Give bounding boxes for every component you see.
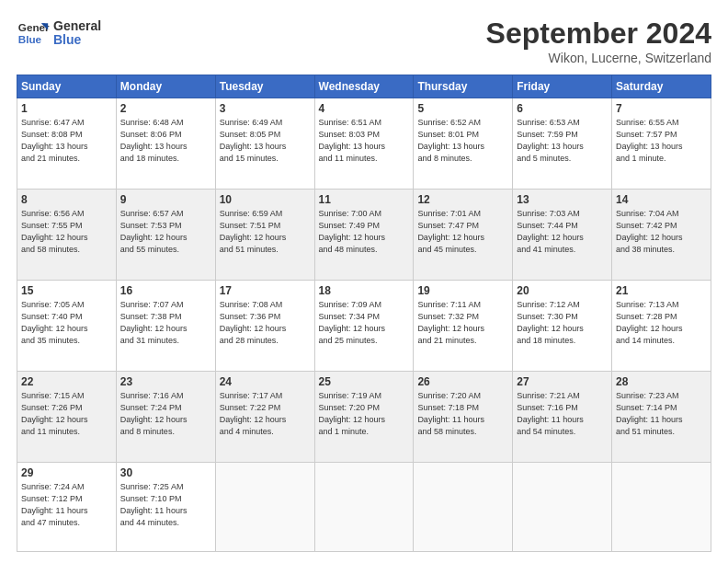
day-number: 29: [21, 466, 112, 479]
calendar-cell: 20Sunrise: 7:12 AM Sunset: 7:30 PM Dayli…: [513, 281, 612, 372]
calendar-cell: [612, 463, 711, 552]
day-number: 18: [319, 284, 410, 297]
day-info: Sunrise: 7:15 AM Sunset: 7:26 PM Dayligh…: [21, 390, 112, 438]
calendar-header-tuesday: Tuesday: [215, 75, 314, 98]
calendar-cell: 6Sunrise: 6:53 AM Sunset: 7:59 PM Daylig…: [513, 98, 612, 190]
calendar-cell: 1Sunrise: 6:47 AM Sunset: 8:08 PM Daylig…: [17, 98, 117, 190]
day-number: 7: [616, 102, 707, 115]
logo-line2: Blue: [53, 33, 101, 47]
calendar-cell: 8Sunrise: 6:56 AM Sunset: 7:55 PM Daylig…: [17, 190, 117, 281]
day-number: 12: [417, 193, 508, 206]
day-info: Sunrise: 7:07 AM Sunset: 7:38 PM Dayligh…: [120, 299, 211, 347]
calendar-header-wednesday: Wednesday: [314, 75, 414, 98]
calendar-cell: 23Sunrise: 7:16 AM Sunset: 7:24 PM Dayli…: [116, 372, 215, 463]
day-info: Sunrise: 7:24 AM Sunset: 7:12 PM Dayligh…: [21, 481, 112, 529]
day-number: 15: [21, 284, 112, 297]
day-number: 23: [120, 375, 211, 388]
day-number: 25: [319, 375, 410, 388]
day-number: 11: [319, 193, 410, 206]
calendar-cell: 2Sunrise: 6:48 AM Sunset: 8:06 PM Daylig…: [116, 98, 215, 190]
calendar-cell: 21Sunrise: 7:13 AM Sunset: 7:28 PM Dayli…: [612, 281, 711, 372]
day-info: Sunrise: 7:19 AM Sunset: 7:20 PM Dayligh…: [319, 390, 410, 438]
day-number: 27: [517, 375, 608, 388]
day-info: Sunrise: 6:47 AM Sunset: 8:08 PM Dayligh…: [21, 117, 112, 165]
calendar-cell: 16Sunrise: 7:07 AM Sunset: 7:38 PM Dayli…: [116, 281, 215, 372]
svg-text:Blue: Blue: [18, 33, 42, 45]
calendar-header-monday: Monday: [116, 75, 215, 98]
calendar-cell: 22Sunrise: 7:15 AM Sunset: 7:26 PM Dayli…: [17, 372, 117, 463]
day-info: Sunrise: 7:03 AM Sunset: 7:44 PM Dayligh…: [517, 208, 608, 256]
day-number: 26: [417, 375, 508, 388]
day-number: 22: [21, 375, 112, 388]
day-info: Sunrise: 7:21 AM Sunset: 7:16 PM Dayligh…: [517, 390, 608, 438]
calendar-cell: [314, 463, 414, 552]
day-number: 10: [220, 193, 311, 206]
calendar-cell: 24Sunrise: 7:17 AM Sunset: 7:22 PM Dayli…: [215, 372, 314, 463]
day-number: 5: [417, 102, 508, 115]
day-info: Sunrise: 6:53 AM Sunset: 7:59 PM Dayligh…: [517, 117, 608, 165]
calendar-cell: [414, 463, 513, 552]
calendar-cell: 30Sunrise: 7:25 AM Sunset: 7:10 PM Dayli…: [116, 463, 215, 552]
calendar-cell: 26Sunrise: 7:20 AM Sunset: 7:18 PM Dayli…: [414, 372, 513, 463]
day-number: 28: [616, 375, 707, 388]
calendar-cell: [513, 463, 612, 552]
calendar-header-thursday: Thursday: [414, 75, 513, 98]
day-number: 24: [220, 375, 311, 388]
title-block: September 2024 Wikon, Lucerne, Switzerla…: [486, 17, 711, 65]
calendar-cell: 7Sunrise: 6:55 AM Sunset: 7:57 PM Daylig…: [612, 98, 711, 190]
calendar-cell: [215, 463, 314, 552]
day-number: 8: [21, 193, 112, 206]
day-number: 16: [120, 284, 211, 297]
calendar-cell: 17Sunrise: 7:08 AM Sunset: 7:36 PM Dayli…: [215, 281, 314, 372]
calendar-week-row: 22Sunrise: 7:15 AM Sunset: 7:26 PM Dayli…: [17, 372, 711, 463]
day-info: Sunrise: 7:12 AM Sunset: 7:30 PM Dayligh…: [517, 299, 608, 347]
day-info: Sunrise: 7:23 AM Sunset: 7:14 PM Dayligh…: [616, 390, 707, 438]
calendar-cell: 13Sunrise: 7:03 AM Sunset: 7:44 PM Dayli…: [513, 190, 612, 281]
day-number: 9: [120, 193, 211, 206]
calendar-cell: 29Sunrise: 7:24 AM Sunset: 7:12 PM Dayli…: [17, 463, 117, 552]
logo-line1: General: [53, 19, 101, 33]
calendar-header-sunday: Sunday: [17, 75, 117, 98]
day-number: 14: [616, 193, 707, 206]
day-info: Sunrise: 6:59 AM Sunset: 7:51 PM Dayligh…: [220, 208, 311, 256]
day-info: Sunrise: 6:51 AM Sunset: 8:03 PM Dayligh…: [319, 117, 410, 165]
logo-icon: General Blue: [17, 17, 50, 50]
calendar-cell: 5Sunrise: 6:52 AM Sunset: 8:01 PM Daylig…: [414, 98, 513, 190]
day-info: Sunrise: 6:57 AM Sunset: 7:53 PM Dayligh…: [120, 208, 211, 256]
calendar-cell: 11Sunrise: 7:00 AM Sunset: 7:49 PM Dayli…: [314, 190, 414, 281]
calendar-week-row: 29Sunrise: 7:24 AM Sunset: 7:12 PM Dayli…: [17, 463, 711, 552]
svg-text:General: General: [18, 21, 50, 33]
location-title: Wikon, Lucerne, Switzerland: [486, 51, 711, 65]
calendar-table: SundayMondayTuesdayWednesdayThursdayFrid…: [17, 75, 711, 552]
day-number: 19: [417, 284, 508, 297]
day-info: Sunrise: 7:09 AM Sunset: 7:34 PM Dayligh…: [319, 299, 410, 347]
day-info: Sunrise: 7:00 AM Sunset: 7:49 PM Dayligh…: [319, 208, 410, 256]
calendar-cell: 28Sunrise: 7:23 AM Sunset: 7:14 PM Dayli…: [612, 372, 711, 463]
calendar-header-row: SundayMondayTuesdayWednesdayThursdayFrid…: [17, 75, 711, 98]
calendar-week-row: 15Sunrise: 7:05 AM Sunset: 7:40 PM Dayli…: [17, 281, 711, 372]
calendar-cell: 9Sunrise: 6:57 AM Sunset: 7:53 PM Daylig…: [116, 190, 215, 281]
day-info: Sunrise: 7:08 AM Sunset: 7:36 PM Dayligh…: [220, 299, 311, 347]
calendar-cell: 3Sunrise: 6:49 AM Sunset: 8:05 PM Daylig…: [215, 98, 314, 190]
day-info: Sunrise: 6:49 AM Sunset: 8:05 PM Dayligh…: [220, 117, 311, 165]
day-number: 21: [616, 284, 707, 297]
calendar-header-saturday: Saturday: [612, 75, 711, 98]
day-number: 17: [220, 284, 311, 297]
day-info: Sunrise: 7:25 AM Sunset: 7:10 PM Dayligh…: [120, 481, 211, 529]
calendar-week-row: 1Sunrise: 6:47 AM Sunset: 8:08 PM Daylig…: [17, 98, 711, 190]
calendar-header-friday: Friday: [513, 75, 612, 98]
day-info: Sunrise: 7:04 AM Sunset: 7:42 PM Dayligh…: [616, 208, 707, 256]
day-info: Sunrise: 6:52 AM Sunset: 8:01 PM Dayligh…: [417, 117, 508, 165]
day-info: Sunrise: 7:13 AM Sunset: 7:28 PM Dayligh…: [616, 299, 707, 347]
day-info: Sunrise: 7:20 AM Sunset: 7:18 PM Dayligh…: [417, 390, 508, 438]
day-number: 13: [517, 193, 608, 206]
logo: General Blue General Blue: [17, 17, 101, 50]
calendar-cell: 19Sunrise: 7:11 AM Sunset: 7:32 PM Dayli…: [414, 281, 513, 372]
month-title: September 2024: [486, 17, 711, 51]
day-info: Sunrise: 7:01 AM Sunset: 7:47 PM Dayligh…: [417, 208, 508, 256]
calendar-cell: 27Sunrise: 7:21 AM Sunset: 7:16 PM Dayli…: [513, 372, 612, 463]
day-number: 6: [517, 102, 608, 115]
day-info: Sunrise: 6:48 AM Sunset: 8:06 PM Dayligh…: [120, 117, 211, 165]
day-info: Sunrise: 6:56 AM Sunset: 7:55 PM Dayligh…: [21, 208, 112, 256]
header: General Blue General Blue September 2024…: [17, 17, 711, 65]
